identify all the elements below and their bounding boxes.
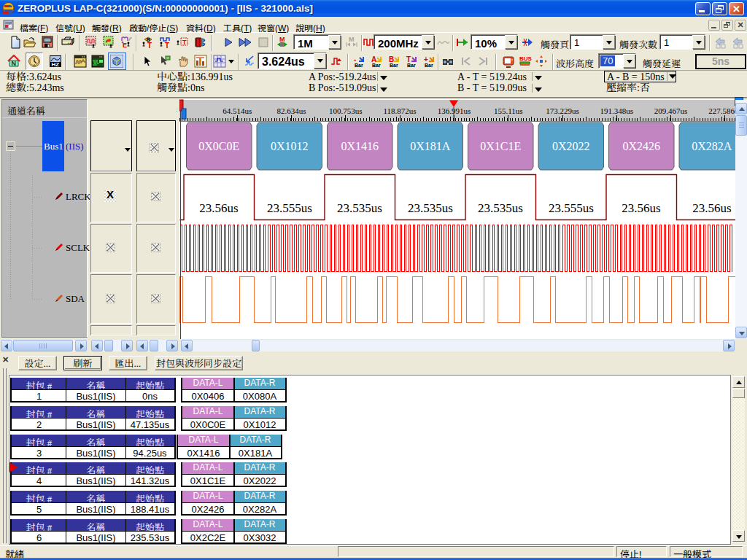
- svg-text:0X181A: 0X181A: [410, 140, 451, 152]
- svg-text:209.467us: 209.467us: [654, 106, 688, 115]
- svg-text:23.535us: 23.535us: [337, 201, 382, 215]
- svg-text:23.56us: 23.56us: [622, 201, 660, 215]
- svg-text:Bar: Bar: [355, 63, 363, 68]
- svg-text:227.586us: 227.586us: [708, 106, 735, 115]
- svg-text:Bar: Bar: [372, 63, 381, 68]
- svg-text:T: T: [147, 42, 152, 49]
- svg-text:0X2022: 0X2022: [552, 140, 590, 152]
- svg-text:HZ: HZ: [52, 61, 60, 68]
- svg-text:T: T: [165, 42, 169, 49]
- svg-text:BUS: BUS: [519, 55, 532, 62]
- svg-text:N: N: [12, 60, 17, 67]
- svg-text:0X1C1E: 0X1C1E: [480, 140, 521, 152]
- svg-text:0X1012: 0X1012: [271, 140, 309, 152]
- svg-text:23.56us: 23.56us: [692, 201, 731, 215]
- svg-text:23.535us: 23.535us: [408, 201, 453, 215]
- svg-text:155.11us: 155.11us: [494, 106, 523, 115]
- svg-text:T: T: [182, 39, 187, 46]
- svg-text:118.872us: 118.872us: [384, 106, 417, 115]
- svg-text:23.56us: 23.56us: [199, 201, 238, 215]
- svg-text:23.555us: 23.555us: [549, 201, 594, 215]
- svg-text:M: M: [279, 36, 285, 43]
- svg-text:M: M: [349, 36, 355, 43]
- svg-text:Bar: Bar: [407, 63, 416, 68]
- svg-text:0X2426: 0X2426: [622, 140, 660, 152]
- svg-text:0X282A: 0X282A: [692, 140, 732, 152]
- svg-text:191.348us: 191.348us: [600, 106, 634, 115]
- svg-text:82.634us: 82.634us: [276, 106, 306, 115]
- svg-text:0X1416: 0X1416: [341, 140, 379, 152]
- svg-text:23.535us: 23.535us: [478, 201, 523, 215]
- svg-text:23.555us: 23.555us: [267, 201, 312, 215]
- svg-text:173.229us: 173.229us: [546, 106, 579, 115]
- svg-text:64.514us: 64.514us: [222, 106, 252, 115]
- svg-text:0X0C0E: 0X0C0E: [198, 140, 239, 152]
- svg-text:100.753us: 100.753us: [329, 106, 363, 115]
- svg-text:Bar: Bar: [390, 63, 398, 68]
- svg-text:Bar: Bar: [425, 63, 433, 68]
